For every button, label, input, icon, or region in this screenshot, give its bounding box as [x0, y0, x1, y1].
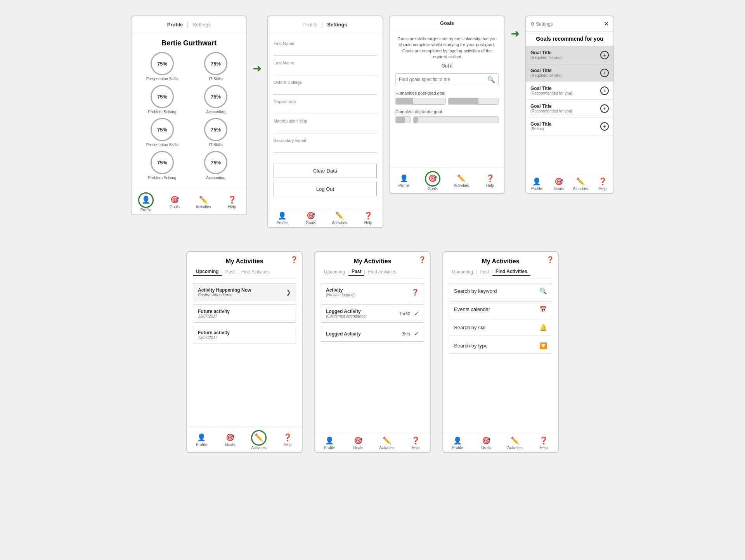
activity-card-logged-2[interactable]: Logged Activity 3hrs ✓	[321, 326, 424, 342]
nav-activities-label: Activities	[196, 205, 211, 209]
goal-add-btn-5[interactable]: +	[600, 122, 609, 131]
nav-activities-a1[interactable]: ✏️ Activities	[249, 430, 269, 450]
input-firstname[interactable]	[274, 47, 377, 56]
activity-card-future-1[interactable]: Future activity 13/07/2017	[193, 304, 296, 323]
bell-icon-find: 🔔	[539, 324, 547, 331]
nav-profile-a1[interactable]: 👤 Profile	[192, 433, 211, 447]
tab-upcoming-3[interactable]: Upcoming	[449, 268, 476, 275]
tab-find-1[interactable]: Find Activities	[238, 268, 273, 275]
skill-circle: 75%	[204, 118, 227, 141]
skill-item: 75% IT Skills	[191, 118, 241, 147]
find-calendar[interactable]: Events calendar 📅	[449, 301, 552, 317]
tab-past-2[interactable]: Past	[348, 268, 364, 276]
nav-activities-2[interactable]: ✏️ Activities	[330, 211, 349, 225]
nav-profile-p[interactable]: 👤 Profile	[527, 177, 546, 191]
got-it-link[interactable]: Got it	[395, 63, 499, 69]
nav-profile-a3[interactable]: 👤 Profile	[448, 436, 467, 450]
tab-profile[interactable]: Profile	[163, 20, 187, 29]
nav-activities-3[interactable]: ✏️ Activities	[452, 174, 471, 188]
nav-help-a1[interactable]: ❓ Help	[278, 433, 297, 447]
nav-goals-a1[interactable]: 🎯 Goals	[220, 433, 240, 447]
tab-past-1[interactable]: Past	[222, 268, 238, 275]
goal-card-1[interactable]: Goal Title (Required for you) +	[526, 46, 613, 64]
nav-goals-a2[interactable]: 🎯 Goals	[348, 436, 368, 450]
activities-tabs-1: Upcoming Past Find Activities	[193, 268, 296, 278]
goal-add-btn-4[interactable]: +	[600, 104, 609, 113]
skill-item: 75% Problem Solving	[137, 85, 187, 114]
profile-highlight: 👤	[138, 192, 154, 208]
logout-button[interactable]: Log Out	[274, 182, 377, 196]
find-skill-label: Search by skill	[454, 325, 487, 330]
input-email[interactable]	[274, 144, 377, 153]
nav-profile[interactable]: 👤 Profile	[136, 192, 156, 212]
nav-goals[interactable]: 🎯 Goals	[165, 195, 184, 209]
help-icon-act1[interactable]: ❓	[290, 256, 298, 263]
nav-goals-a3[interactable]: 🎯 Goals	[476, 436, 496, 450]
nav-help-a2[interactable]: ❓ Help	[406, 436, 425, 450]
nav-profile-3[interactable]: 👤 Profile	[394, 174, 414, 188]
tab-find-3[interactable]: Find Activities	[492, 268, 530, 276]
find-skill[interactable]: Search by skill 🔔	[449, 320, 552, 335]
help-icon-act3[interactable]: ❓	[546, 256, 554, 263]
nav-profile-2[interactable]: 👤 Profile	[272, 211, 292, 225]
form-field-year: Matriculation Year	[274, 119, 377, 133]
nav-goals-p[interactable]: 🎯 Goals	[549, 177, 568, 191]
nav-activities-a2[interactable]: ✏️ Activities	[377, 436, 397, 450]
arrow-right-now[interactable]: ❯	[286, 289, 291, 296]
activity-card-text-ul: Activity (No time logged)	[326, 287, 355, 297]
form-label-college: Oxford College	[274, 80, 377, 85]
input-dept[interactable]	[274, 105, 377, 114]
close-button[interactable]: ✕	[604, 20, 609, 28]
input-college[interactable]	[274, 86, 377, 95]
goal-card-text-3: Goal Title (Recommended for you)	[530, 86, 572, 95]
find-type[interactable]: Search by type 🔽	[449, 338, 552, 354]
activity-card-future-2[interactable]: Future activity 13/07/2017	[193, 326, 296, 344]
nav-profile-a2[interactable]: 👤 Profile	[320, 436, 339, 450]
tab-upcoming-1[interactable]: Upcoming	[193, 268, 222, 276]
tab-profile-2[interactable]: Profile	[299, 20, 321, 29]
nav-help-a3[interactable]: ❓ Help	[534, 436, 553, 450]
settings-form: First Name Last Name Oxford College Depa…	[274, 39, 377, 202]
settings-panel-header: ⚙ Settings ✕	[526, 16, 613, 32]
help-icon-ul[interactable]: ❓	[411, 289, 419, 296]
clear-data-button[interactable]: Clear Data	[274, 164, 377, 178]
activity-card-now[interactable]: Activity Happening Now Confirm Attendanc…	[193, 283, 296, 301]
tab-upcoming-2[interactable]: Upcoming	[321, 268, 348, 275]
form-field-college: Oxford College	[274, 80, 377, 95]
nav-help-p[interactable]: ❓ Help	[593, 177, 612, 191]
nav-goals-label-a1: Goals	[225, 442, 235, 447]
goal-section-label-1: Humanities post-grad goal	[395, 91, 499, 95]
goals-search-bar[interactable]: 🔍	[395, 73, 499, 86]
tab-settings-2[interactable]: Settings	[323, 20, 351, 29]
goals-search-input[interactable]	[399, 77, 487, 82]
act-time-l2: 3hrs	[402, 332, 410, 336]
goal-section-doctorate: Complete doctorate goal	[395, 109, 499, 123]
nav-goals-2[interactable]: 🎯 Goals	[301, 211, 321, 225]
tab-past-3[interactable]: Past	[476, 268, 492, 275]
nav-help-2[interactable]: ❓ Help	[359, 211, 378, 225]
activity-card-logged-1[interactable]: Logged Activity (Confirmed attendance) 1…	[321, 304, 424, 323]
goals-icon-2: 🎯	[307, 211, 315, 220]
goal-card-2[interactable]: Goal Title (Required for you) +	[526, 64, 613, 82]
tab-find-2[interactable]: Find Activities	[365, 268, 399, 275]
activity-card-unlogged[interactable]: Activity (No time logged) ❓	[321, 283, 424, 301]
find-keyword[interactable]: Search by keyword 🔍	[449, 283, 552, 299]
activity-card-text-l1: Logged Activity (Confirmed attendance)	[326, 309, 367, 318]
goal-card-3[interactable]: Goal Title (Recommended for you) +	[526, 82, 613, 100]
goal-add-btn-3[interactable]: +	[600, 86, 609, 95]
nav-activities-p[interactable]: ✏️ Activities	[571, 177, 590, 191]
goal-card-4[interactable]: Goal Title (Recommended for you) +	[526, 100, 613, 118]
tab-settings[interactable]: Settings	[189, 20, 215, 29]
screen-settings: Profile Settings First Name Last Name Ox…	[267, 16, 383, 228]
help-icon-act2[interactable]: ❓	[418, 256, 426, 263]
nav-activities-a3[interactable]: ✏️ Activities	[505, 436, 525, 450]
nav-help-3[interactable]: ❓ Help	[480, 174, 500, 188]
nav-help[interactable]: ❓ Help	[222, 195, 242, 209]
goal-card-5[interactable]: Goal Title (Bonus) +	[526, 118, 613, 135]
input-lastname[interactable]	[274, 66, 377, 75]
goal-add-btn-2[interactable]: +	[600, 69, 609, 77]
goal-add-btn-1[interactable]: +	[600, 51, 609, 59]
nav-activities[interactable]: ✏️ Activities	[194, 195, 213, 209]
input-year[interactable]	[274, 124, 377, 133]
nav-goals-3[interactable]: 🎯 Goals	[423, 171, 442, 191]
